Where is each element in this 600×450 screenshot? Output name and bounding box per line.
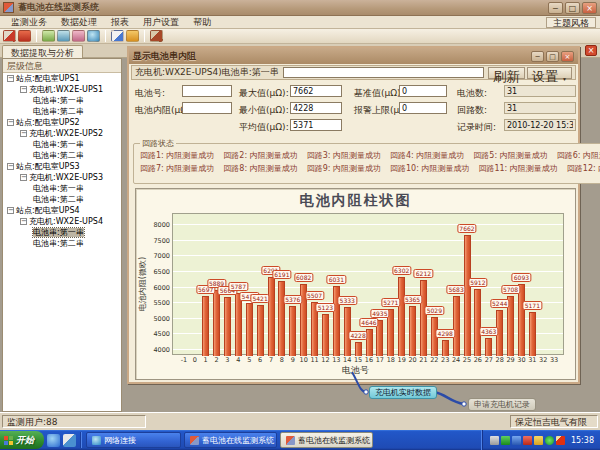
antivirus-disabled-icon[interactable] [523, 436, 532, 445]
menu-data-processing[interactable]: 数据处理 [54, 16, 104, 29]
tree-expander-icon[interactable]: − [20, 130, 27, 137]
tree-node[interactable]: 电池串:第一串 [3, 183, 121, 194]
tree-node[interactable]: −站点:配电室UPS1 [3, 73, 121, 84]
tree-node[interactable]: −站点:配电室UPS4 [3, 205, 121, 216]
update-icon[interactable] [512, 436, 521, 445]
theme-style-button[interactable]: 主题风格 [546, 17, 596, 28]
tree-node[interactable]: 电池串:第二串 [3, 194, 121, 205]
mail-icon[interactable] [18, 30, 31, 42]
loop-status-item: 回路7: 内阻测量成功 [140, 164, 214, 173]
tree-node[interactable]: 电池串:第一串 [3, 227, 121, 238]
bar [453, 296, 460, 356]
loop-status-row: 回路1: 内阻测量成功回路2: 内阻测量成功回路3: 内阻测量成功回路4: 内阻… [134, 149, 600, 162]
chart-2-icon[interactable] [57, 30, 70, 42]
taskbar-button-label: 蓄电池在线监测系统 [202, 435, 274, 446]
refresh-button[interactable]: 刷新 [488, 67, 525, 79]
taskbar-button-battery-system-1[interactable]: 蓄电池在线监测系统 [184, 432, 277, 448]
gridline [173, 240, 563, 241]
alarm-input[interactable] [399, 102, 447, 114]
tree-node[interactable]: 电池串:第二串 [3, 238, 121, 249]
settings-icon[interactable] [126, 30, 139, 42]
taskbar-clock: 15:38 [571, 436, 594, 445]
window-title: 蓄电池在线监测系统 [18, 1, 99, 14]
tree-node[interactable]: 电池串:第一串 [3, 95, 121, 106]
y-axis-tick: 4500 [144, 330, 170, 338]
bar-value-label: 5244 [490, 299, 509, 308]
menu-user-settings[interactable]: 用户设置 [136, 16, 186, 29]
toolbar [0, 29, 600, 44]
tree-expander-icon[interactable]: − [7, 75, 14, 82]
dialog-header-row: 充电机:WX2E-UPS4)电池串:第一串 刷新 设置 ▼ [131, 65, 576, 80]
tree-node[interactable]: 电池串:第一串 [3, 139, 121, 150]
power-lightning-icon[interactable] [556, 436, 565, 445]
start-button[interactable]: 开始 [0, 431, 44, 449]
dialog-maximize-button[interactable]: □ [546, 51, 559, 62]
avg-input[interactable] [290, 119, 342, 131]
tab-data-extraction[interactable]: 数据提取与分析 [2, 45, 83, 58]
battery-res-input[interactable] [182, 102, 232, 114]
base-input[interactable] [399, 85, 447, 97]
tab-close-icon[interactable]: × [585, 45, 597, 56]
tree-expander-icon[interactable]: − [7, 163, 14, 170]
tree-expander-icon[interactable]: − [7, 207, 14, 214]
report-icon[interactable] [111, 30, 124, 42]
tree-node[interactable]: −站点:配电室UPS2 [3, 117, 121, 128]
database-icon[interactable] [72, 30, 85, 42]
min-input[interactable] [290, 102, 342, 114]
record-time-label: 记录时间: [457, 121, 496, 134]
globe-icon[interactable] [87, 30, 100, 42]
hierarchy-panel: 层级信息 −站点:配电室UPS1−充电机:WX2E-UPS1电池串:第一串电池串… [2, 58, 122, 412]
minimize-button[interactable]: ─ [548, 2, 563, 14]
bar-value-label: 6093 [512, 273, 531, 282]
tree-node[interactable]: −充电机:WX2E-UPS3 [3, 172, 121, 183]
tree-expander-icon[interactable]: − [7, 119, 14, 126]
taskbar-button-network[interactable]: 网络连接 [86, 432, 181, 448]
monitor-icon[interactable] [3, 30, 16, 42]
bar [409, 306, 416, 356]
max-input[interactable] [290, 85, 342, 97]
tree-node[interactable]: −充电机:WX2E-UPS1 [3, 84, 121, 95]
tree-expander-icon[interactable]: − [20, 174, 27, 181]
tree-node[interactable]: −充电机:WX2E-UPS2 [3, 128, 121, 139]
tree-node[interactable]: 电池串:第二串 [3, 150, 121, 161]
hierarchy-panel-title: 层级信息 [3, 59, 121, 73]
dialog-titlebar[interactable]: 显示电池串内阻 ─ □ × [129, 48, 578, 64]
battery-string-combo[interactable] [283, 67, 484, 78]
quicklaunch-desktop-icon[interactable] [63, 434, 76, 447]
charger-record-node[interactable]: 申请充电机记录 [468, 398, 536, 411]
tree-node-label: 电池串:第一串 [33, 96, 84, 105]
tree-node[interactable]: 电池串:第二串 [3, 106, 121, 117]
tree-expander-icon[interactable]: − [20, 218, 27, 225]
security-shield-icon[interactable] [534, 436, 543, 445]
status-ok-icon[interactable] [545, 436, 554, 445]
menu-reports[interactable]: 报表 [104, 16, 136, 29]
loop-status-row: 回路7: 内阻测量成功回路8: 内阻测量成功回路9: 内阻测量成功回路10: 内… [134, 162, 600, 175]
quicklaunch-ie-icon[interactable] [47, 434, 60, 447]
tree-node[interactable]: −充电机:WX2E-UPS4 [3, 216, 121, 227]
loop-status-group: 回路状态 回路1: 内阻测量成功回路2: 内阻测量成功回路3: 内阻测量成功回路… [133, 138, 600, 184]
maximize-button[interactable]: □ [565, 2, 580, 14]
menu-monitor-business[interactable]: 监测业务 [4, 16, 54, 29]
taskbar-button-battery-system-2[interactable]: 蓄电池在线监测系统 [280, 432, 373, 448]
printer-icon[interactable] [490, 436, 499, 445]
menu-help[interactable]: 帮助 [186, 16, 218, 29]
bar [518, 284, 525, 356]
dialog-minimize-button[interactable]: ─ [531, 51, 544, 62]
chart-icon[interactable] [42, 30, 55, 42]
exit-icon[interactable] [150, 30, 163, 42]
settings-button[interactable]: 设置 ▼ [527, 67, 572, 79]
tree-expander-icon[interactable]: − [20, 86, 27, 93]
tree-node[interactable]: −站点:配电室UPS3 [3, 161, 121, 172]
network-icon [92, 436, 101, 445]
avg-label: 平均值(μΩ): [239, 121, 289, 134]
close-button[interactable]: × [582, 2, 597, 14]
network-activity-icon[interactable] [501, 436, 510, 445]
tree-node-label: 电池串:第二串 [33, 195, 84, 204]
loop-status-item: 回路1: 内阻测量成功 [140, 151, 214, 160]
y-axis-tick: 6500 [144, 268, 170, 276]
battery-no-input[interactable] [182, 85, 232, 97]
bar-value-label: 5912 [468, 278, 487, 287]
dialog-close-button[interactable]: × [561, 51, 574, 62]
bar [268, 277, 275, 356]
charger-realtime-node[interactable]: 充电机实时数据 [369, 386, 437, 399]
